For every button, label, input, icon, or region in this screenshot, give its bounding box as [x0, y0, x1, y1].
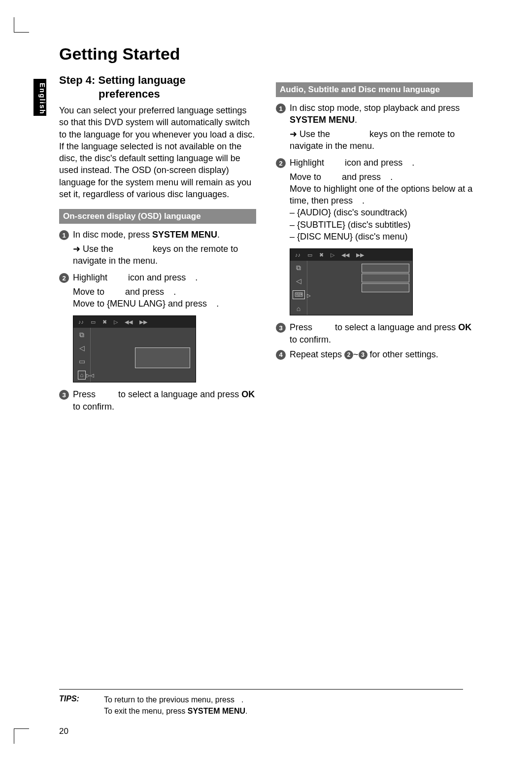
right-step3: Press to select a language and press OK … — [290, 321, 473, 346]
osd-side-selected-icon: ⌂ — [78, 371, 85, 380]
step-num-2-icon: 2 — [59, 273, 69, 283]
osd-top-icon: ♪♪ — [295, 252, 300, 258]
osd-top-icon: ◀◀ — [125, 319, 133, 325]
tips-box: TIPS: To return to the previous menu, pr… — [59, 689, 463, 717]
step-num-3-icon: 3 — [59, 390, 69, 400]
step-title-line1: Step 4: Setting language — [59, 74, 186, 86]
right-step2-l3: Move to highlight one of the options bel… — [290, 183, 473, 207]
osd-side-icon: ◁ — [296, 277, 301, 285]
right-step2: Highlight icon and press . — [290, 157, 473, 169]
step-num-3-icon: 3 — [276, 323, 286, 333]
osd-top-icon: ▷ — [331, 252, 334, 258]
left-step1: In disc mode, press SYSTEM MENU. — [73, 229, 256, 241]
osd-top-icon: ▶▶ — [356, 252, 364, 258]
osd-side-icon: ⌂ — [297, 305, 300, 312]
right-opt2: – {SUBTITLE} (disc's subtitles) — [290, 219, 473, 231]
step-title-line2: preferences — [59, 87, 160, 101]
tips-text: To return to the previous menu, press. T… — [104, 694, 248, 717]
right-step2-l2: Move to and press . — [290, 171, 473, 183]
left-step2-l2: Move to and press . — [73, 286, 256, 298]
left-step2: Highlight icon and press . — [73, 272, 256, 283]
osd-side-icon: ⧉ — [296, 264, 301, 272]
right-column: Audio, Subtitle and Disc menu language 1… — [276, 73, 473, 415]
osd-top-icon: ▷ — [114, 319, 118, 325]
right-step4: Repeat steps 2~3 for other settings. — [290, 348, 473, 360]
osd-side-icon: ◁ — [79, 344, 85, 352]
intro-paragraph: You can select your preferred language s… — [59, 104, 256, 200]
inline-step-3-icon: 3 — [359, 350, 367, 359]
inline-step-2-icon: 2 — [344, 350, 353, 359]
osd-side-icon: ⧉ — [79, 331, 84, 339]
osd-top-icon: ◀◀ — [341, 252, 349, 258]
step-num-2-icon: 2 — [276, 158, 286, 168]
tips-label: TIPS: — [59, 694, 79, 717]
section-title: Getting Started — [59, 44, 502, 64]
osd-top-icon: ▭ — [307, 252, 312, 258]
osd-top-icon: ✖ — [102, 319, 107, 325]
osd-top-icon: ♪♪ — [78, 319, 84, 325]
step-num-1-icon: 1 — [276, 104, 286, 113]
osd-top-icon: ▶▶ — [139, 319, 147, 325]
osd-subheading: On-screen display (OSD) language — [59, 209, 256, 224]
osd-top-icon: ▭ — [91, 319, 96, 325]
left-column: Step 4: Setting language preferences You… — [59, 73, 256, 415]
left-step3: Press to select a language and press OK … — [73, 388, 256, 413]
page-number: 20 — [59, 726, 68, 736]
left-step1-sub: ➜ Use the keys on the remote to navigate… — [73, 243, 256, 267]
right-opt1: – {AUDIO} (disc's soundtrack) — [290, 207, 473, 218]
osd-side-selected-icon: ⌨ — [293, 290, 305, 299]
right-opt3: – {DISC MENU} (disc's menu) — [290, 231, 473, 242]
step-title: Step 4: Setting language preferences — [59, 73, 256, 101]
right-step1: In disc stop mode, stop playback and pre… — [290, 102, 473, 126]
osd-figure-left: ♪♪ ▭ ✖ ▷ ◀◀ ▶▶ ⧉ ◁ ▭ ⌂ ▷◁ — [73, 315, 196, 382]
osd-top-icon: ✖ — [319, 252, 324, 258]
step-num-4-icon: 4 — [276, 350, 286, 360]
left-step2-l3: Move to {MENU LANG} and press . — [73, 298, 256, 310]
audio-subheading: Audio, Subtitle and Disc menu language — [276, 82, 473, 97]
step-num-1-icon: 1 — [59, 230, 69, 240]
osd-side-icon: ▭ — [79, 357, 85, 365]
osd-figure-right: ♪♪ ▭ ✖ ▷ ◀◀ ▶▶ ⧉ ◁ ⌨ ⌂ ▷ — [290, 248, 413, 315]
right-step1-sub: ➜ Use the keys on the remote to navigate… — [290, 128, 473, 152]
